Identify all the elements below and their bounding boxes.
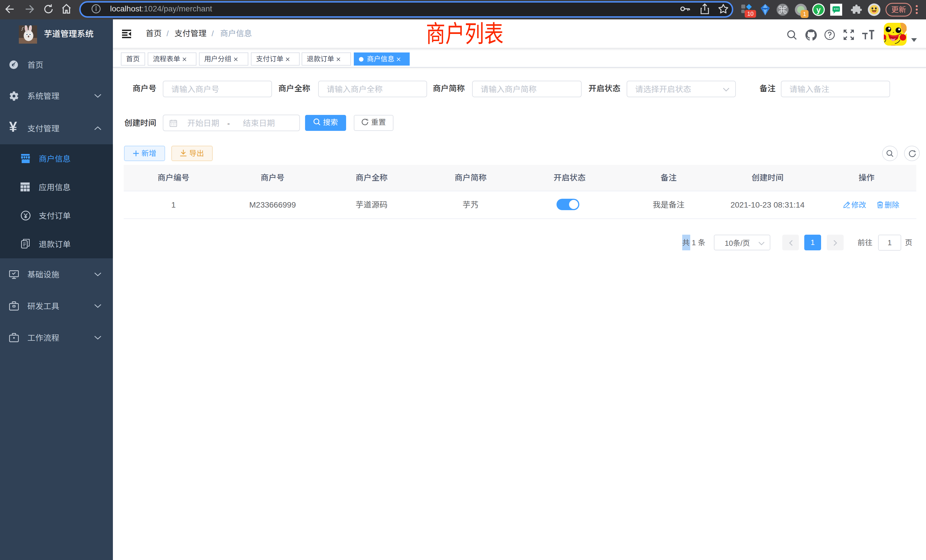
svg-text:y: y	[816, 6, 820, 14]
svg-text:商户列表: 商户列表	[426, 21, 504, 46]
